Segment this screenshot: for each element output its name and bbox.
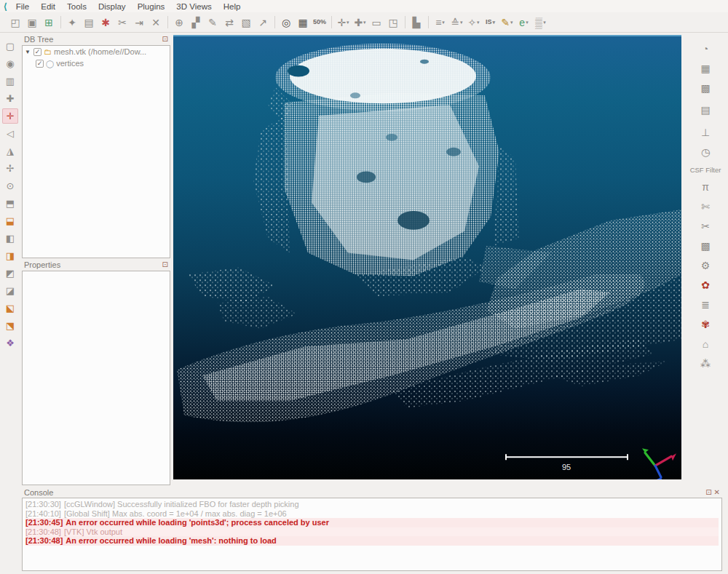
app-icon: ⟨	[4, 1, 7, 12]
menu-item-Edit[interactable]: Edit	[35, 1, 61, 12]
toolbar-button-color-ramp[interactable]: ≡ ▾	[432, 14, 448, 31]
toolbar-icon: ⇄	[225, 17, 234, 28]
toolbar-button-translate-rotate[interactable]: ⇄	[221, 14, 238, 31]
plugin-tool-qgauge-clock[interactable]: ◷	[697, 143, 714, 160]
toolbar-button-sep4[interactable]	[331, 16, 332, 28]
toolbar-button-clone[interactable]: ⊞	[41, 14, 58, 31]
toolbar-button-open[interactable]: ◰	[7, 14, 24, 31]
tree-row-mesh[interactable]: ▼ ✓ 🗀 mesh.vtk (/home/e//Dow...	[23, 46, 170, 57]
float-panel-icon[interactable]: ⊡	[705, 488, 711, 496]
menu-item-File[interactable]: File	[10, 1, 36, 12]
3d-viewport[interactable]: 95	[173, 35, 681, 479]
toolbar-button-sep1[interactable]	[60, 16, 61, 28]
toolbar-button-point-list-picking[interactable]: ▞	[188, 14, 205, 31]
toolbar-button-sep5[interactable]	[405, 16, 405, 28]
right-toolbar-bottom: π ✄ ✂ ▩ ⚙ ✿	[683, 178, 728, 372]
toolbar-button-sep6[interactable]	[428, 16, 429, 28]
plugin-tool-qhpr-grid[interactable]: ▦	[697, 60, 714, 76]
toolbar-button-tracing[interactable]: ↗	[255, 14, 272, 31]
left-tool-view-right[interactable]: ◩	[2, 266, 18, 281]
toolbar-button-pick-rotation-center[interactable]: ◎	[278, 14, 295, 31]
plugin-tool-qclamp[interactable]: ⊥	[697, 124, 714, 140]
toolbar-button-apply-transformation[interactable]: ✦	[64, 14, 81, 31]
toolbar-button-crop[interactable]: ✂	[114, 14, 131, 31]
toolbar-button-properties-list[interactable]: ▤	[81, 14, 98, 31]
tree-expand-caret-icon[interactable]: ▼	[24, 49, 31, 55]
plugin-tool-qcanupo-couch[interactable]: ⌂	[697, 335, 714, 352]
vertices-visibility-checkbox[interactable]: ✓	[36, 60, 44, 68]
float-panel-icon[interactable]: ⊡	[162, 260, 168, 268]
left-tool-terrain-view[interactable]: ◮	[2, 143, 18, 159]
toolbar-button-rasterize-plugin[interactable]: ▒ ▾	[532, 14, 549, 31]
left-tool-point-picking-cross[interactable]: ✚	[2, 91, 18, 106]
toolbar-button-clipping-box[interactable]: ▧	[238, 14, 255, 31]
toolbar-button-e57-plugin[interactable]: e ▾	[515, 14, 532, 31]
left-tool-pan-mode[interactable]: ✢	[2, 161, 18, 176]
close-icon[interactable]: ✕	[714, 488, 720, 496]
plugin-tool-qred-gear[interactable]: ✿	[697, 276, 714, 293]
toolbar-button-merge[interactable]: ✱	[98, 14, 114, 31]
db-tree-panel: DB Tree ⊡ ▼ ✓ 🗀 mesh.vtk (/home/e//Dow..…	[22, 33, 170, 258]
plugin-tool-qnetwork[interactable]: ⁂	[697, 355, 714, 372]
plugin-tool-qcsf-tool[interactable]: π	[697, 178, 714, 195]
plugin-tool-qssao-globe[interactable]: ◔	[697, 40, 714, 57]
left-tool-display-options[interactable]: ▢	[2, 39, 18, 54]
float-panel-icon[interactable]: ⊡	[162, 35, 168, 43]
toolbar-button-fullscreen[interactable]: ◳	[385, 14, 402, 31]
tree-row-vertices[interactable]: ✓ ◯ vertices	[23, 57, 170, 69]
toolbar-button-sep3[interactable]	[274, 16, 275, 28]
properties-title: Properties	[24, 260, 60, 269]
toolbar-button-point-picking[interactable]: ⊕	[171, 14, 188, 31]
scale-bar-value: 95	[562, 463, 571, 471]
toolbar-button-export[interactable]: ⇥	[131, 14, 148, 31]
menu-item-3D Views[interactable]: 3D Views	[170, 1, 217, 12]
menu-item-Plugins[interactable]: Plugins	[132, 1, 171, 12]
plugin-tool-qdense-grid[interactable]: ▩	[697, 237, 714, 254]
toolbar-button-save[interactable]: ▣	[24, 14, 41, 31]
plugin-tool-qcut-tool[interactable]: ✂	[697, 218, 714, 234]
plugin-tool-qgear[interactable]: ⚙	[697, 257, 714, 274]
toolbar-button-console-toggle[interactable]: ▙	[408, 14, 425, 31]
left-tool-screenshot-camera[interactable]: ◉	[2, 56, 18, 71]
toolbar-button-stereo-mode[interactable]: ▭	[368, 14, 385, 31]
left-tool-histogram[interactable]: ▥	[2, 73, 18, 89]
plugin-tool-qedl-grid[interactable]: ▩	[697, 79, 714, 96]
toolbar-button-delete[interactable]: ✕	[148, 14, 165, 31]
plugin-tool-qred-flower[interactable]: ✾	[697, 316, 714, 332]
left-tool-pivot-center[interactable]: ✛	[2, 108, 18, 124]
toolbar-button-is-plugin[interactable]: IS ▾	[482, 14, 499, 31]
console-line: [21:30:30][ccGLWindow] Successfully init…	[25, 500, 719, 509]
console-title: Console	[24, 488, 53, 497]
left-tool-camera-left[interactable]: ◁	[2, 126, 18, 141]
plugin-tool-qanimation-bird[interactable]: ✄	[697, 198, 714, 215]
toolbar-button-sep2[interactable]	[167, 16, 168, 28]
toolbar-button-pivot-visibility[interactable]: ✛ ▾	[335, 14, 352, 31]
left-tool-view-iso-1[interactable]: ⬕	[2, 300, 18, 316]
left-tool-custom-views[interactable]: ❖	[2, 335, 18, 351]
plugin-tool-qpcv-book[interactable]: ▤	[697, 99, 714, 121]
side-panels: DB Tree ⊡ ▼ ✓ 🗀 mesh.vtk (/home/e//Dow..…	[20, 33, 172, 485]
left-tool-view-left[interactable]: ◧	[2, 231, 18, 246]
toolbar-button-zoom-50[interactable]: 50%	[312, 14, 328, 31]
menu-items: File Edit Tools Display Plugins 3D Views…	[10, 1, 247, 12]
left-tool-view-front[interactable]: ⬓	[2, 213, 18, 228]
menu-item-Tools[interactable]: Tools	[61, 1, 92, 12]
left-tool-view-bottom[interactable]: ◪	[2, 283, 18, 298]
toolbar-button-edit-pencil-plugin[interactable]: ✎ ▾	[499, 14, 515, 31]
menu-item-Display[interactable]: Display	[92, 1, 132, 12]
left-tool-view-back[interactable]: ◨	[2, 248, 18, 263]
toolbar-button-mnt-tool[interactable]: ≙ ▾	[448, 14, 465, 31]
toolbar-button-current-view[interactable]: ✚ ▾	[352, 14, 368, 31]
toolbar-button-compass-plugin[interactable]: ✧ ▾	[465, 14, 482, 31]
toolbar-button-segment[interactable]: ✎	[205, 14, 221, 31]
plugin-tool-qlayers[interactable]: ≣	[697, 296, 714, 313]
mesh-visibility-checkbox[interactable]: ✓	[33, 48, 41, 56]
left-tool-view-iso-2[interactable]: ⬔	[2, 318, 18, 333]
toolbar-icon: ◰	[10, 17, 20, 28]
left-tool-view-top[interactable]: ⬒	[2, 196, 18, 211]
left-tool-icon: ◧	[6, 233, 15, 244]
menu-item-Help[interactable]: Help	[218, 1, 247, 12]
dropdown-arrow-icon: ▾	[442, 20, 445, 25]
toolbar-button-render-settings[interactable]: ▦	[295, 14, 312, 31]
left-tool-zoom-mode[interactable]: ⊙	[2, 178, 18, 194]
